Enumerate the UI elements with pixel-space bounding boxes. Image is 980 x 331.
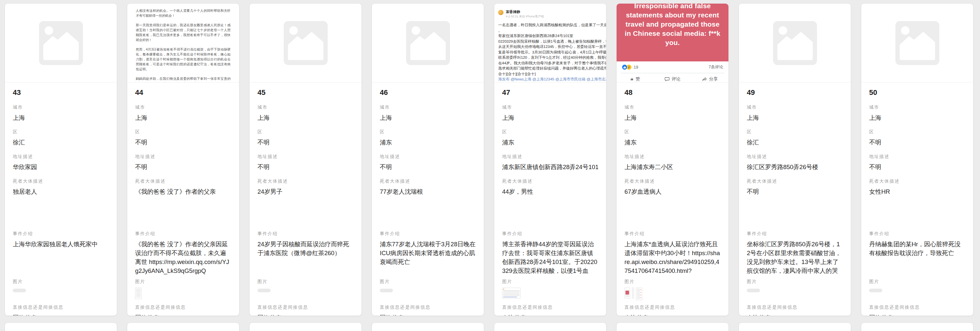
field-city: 城市 上海: [624, 104, 721, 122]
record-card[interactable]: 49 城市 上海 区 徐汇 地址描述 徐汇区罗秀路850弄26号楼 死者大体描述…: [738, 3, 851, 316]
field-address: 地址描述 上海浦东寿二小区: [624, 154, 721, 171]
record-card[interactable]: 茶香禅静4-2 02:31 来自 iPhone客户端一名志愿者，昨日我投入路浦西…: [494, 3, 606, 316]
field-label-deceased: 死者大体描述: [380, 178, 476, 185]
field-label-district: 区: [135, 129, 231, 135]
field-label-image: 图片: [869, 278, 965, 285]
field-label-direct: 直接信息还是间接信息: [502, 304, 598, 311]
field-district: 区 浦东: [380, 129, 476, 147]
field-event: 事件介绍 博主茶香禅静44岁的堂哥因延误治疗去世：我哥哥家住浦东新区唐镇创新西路…: [502, 230, 598, 275]
field-label-event: 事件介绍: [380, 230, 476, 237]
field-label-district: 区: [869, 129, 965, 135]
image-thumbnail[interactable]: [632, 288, 634, 299]
field-value-direct: 网络信息: [13, 313, 109, 316]
image-thumbnail-row[interactable]: [135, 288, 231, 299]
image-thumbnail-row[interactable]: [747, 288, 843, 299]
field-value-deceased: 44岁，男性: [502, 187, 598, 224]
field-label-event: 事件介绍: [13, 230, 109, 237]
card-cover-image: 茶香禅静4-2 02:31 来自 iPhone客户端一名志愿者，昨日我投入路浦西…: [494, 3, 606, 82]
field-value-district: 徐汇: [13, 138, 109, 147]
field-label-address: 地址描述: [13, 154, 109, 160]
image-thumbnail-row[interactable]: [13, 288, 109, 299]
field-label-image: 图片: [502, 278, 598, 285]
field-value-direct: 网络信息: [258, 313, 353, 316]
like-button[interactable]: 赞: [617, 76, 654, 82]
field-city: 城市 上海: [869, 104, 965, 122]
field-deceased: 死者大体描述 24岁男子: [258, 178, 353, 224]
record-card[interactable]: 45 城市 上海 区 不明 地址描述 不明 死者大体描述 24岁男子 事件介绍 …: [249, 3, 362, 316]
image-thumbnail-row[interactable]: [624, 288, 721, 299]
image-thumbnail-row[interactable]: [380, 288, 476, 299]
field-value-address: 不明: [135, 163, 231, 171]
field-city: 城市 上海: [502, 104, 598, 122]
record-card[interactable]: Irresponsible and false statements about…: [616, 3, 729, 316]
record-card-next-row[interactable]: [861, 323, 974, 331]
field-district: 区 浦东: [502, 129, 598, 147]
facebook-action-bar: 赞评论分享: [617, 73, 729, 82]
field-image: 图片: [502, 278, 598, 299]
field-value-address: 上海浦东寿二小区: [624, 163, 721, 171]
reaction-count: 19: [634, 65, 638, 70]
field-event: 事件介绍 24岁男子因核酸而延误治疗而猝死于浦东医院（微博@红茶260）: [258, 230, 353, 275]
article-paragraph: 妈妈四处求助，在我们物业及居委的帮助下拿到一张非常宝贵的通行证，整个街区就只有三…: [136, 76, 231, 82]
record-card-next-row[interactable]: [494, 323, 606, 331]
image-thumbnail-row[interactable]: [258, 288, 353, 299]
field-value-city: 上海: [502, 113, 598, 122]
weibo-mention-links: 海发布 @News上海 @上海12345 @上海市市民信箱 @上海市志愿者协会: [498, 77, 606, 82]
field-value-deceased: 67岁血透病人: [624, 187, 721, 224]
field-city: 城市 上海: [13, 104, 109, 122]
card-fields: 48 城市 上海 区 浦东 地址描述 上海浦东寿二小区 死者大体描述 67岁血透…: [617, 82, 729, 316]
thumb-up-icon: [630, 77, 634, 81]
record-card[interactable]: 46 城市 上海 区 浦东 地址描述 不明 死者大体描述 77岁老人沈瑞根 事件…: [372, 3, 484, 316]
record-card-next-row[interactable]: [616, 323, 729, 331]
action-label: 评论: [672, 76, 681, 82]
field-image: 图片: [135, 278, 231, 299]
share-button[interactable]: 分享: [691, 76, 729, 82]
image-thumbnail[interactable]: [636, 288, 642, 300]
field-value-event: 丹纳赫集团的某Hr，因心脏猝死没有核酸报告耽误治疗，导致死亡: [869, 240, 965, 275]
record-card-next-row[interactable]: [127, 323, 239, 331]
field-value-deceased: 24岁男子: [258, 187, 353, 224]
image-thumbnail-row[interactable]: [502, 288, 598, 299]
field-event: 事件介绍 上海浦东*血透病人延误治疗致死且遗体滞留家中约30小时！https:/…: [624, 230, 721, 275]
card-fields: 47 城市 上海 区 浦东 地址描述 浦东新区唐镇创新西路28弄24号101室 …: [494, 82, 606, 316]
weibo-text-line: 哥家住浦东新区唐镇创新西路28弄24号101室: [498, 33, 606, 39]
image-thumbnail[interactable]: [624, 288, 630, 299]
weibo-username: 茶香禅静: [506, 10, 606, 14]
field-value-district: 浦东: [502, 138, 598, 147]
field-image: 图片: [258, 278, 353, 299]
image-thumbnail[interactable]: [135, 288, 142, 299]
field-label-event: 事件介绍: [502, 230, 598, 237]
field-label-district: 区: [502, 129, 598, 135]
weibo-text-line: 0220329去医院采样核酸，以便1号血透，晚上被告知核酸异样，等待转移: [498, 39, 606, 44]
record-card-next-row[interactable]: [5, 323, 117, 331]
field-value-address: 不明: [380, 163, 476, 171]
field-value-district: 浦东: [380, 138, 476, 147]
comment-button[interactable]: 评论: [654, 76, 691, 82]
field-value-direct: 网络信息: [135, 313, 231, 316]
image-thumbnail[interactable]: [502, 288, 520, 299]
field-address: 地址描述 华欣家园: [13, 154, 109, 171]
record-card[interactable]: 43 城市 上海 区 徐汇 地址描述 华欣家园 死者大体描述 独居老人 事件介绍…: [5, 3, 117, 316]
field-address: 地址描述 不明: [380, 154, 476, 171]
field-deceased: 死者大体描述 《我的爸爸 没了》作者的父亲: [135, 178, 231, 224]
card-cover-image: [861, 3, 973, 82]
record-card[interactable]: 50 城市 上海 区 不明 地址描述 不明 死者大体描述 女性HR 事件介绍 丹…: [861, 3, 974, 316]
weibo-text-line: 恳求相关部门能帮忙处理好后续问题，并做好两位老人的心理疏导，给予: [498, 66, 606, 71]
gallery-board: 43 城市 上海 区 徐汇 地址描述 华欣家园 死者大体描述 独居老人 事件介绍…: [0, 0, 980, 331]
field-label-direct: 直接信息还是间接信息: [869, 304, 965, 311]
field-value-address: 不明: [869, 163, 965, 171]
field-label-direct: 直接信息还是间接信息: [380, 304, 476, 311]
image-thumbnail-row[interactable]: [869, 288, 965, 299]
record-card[interactable]: 人都没有这样的机会。一个病人需要几十个人的同时帮助和关怀才有可能获得一丝的机会！…: [127, 3, 239, 316]
field-address: 地址描述 不明: [258, 154, 353, 171]
card-number: 43: [13, 88, 109, 98]
thumbnail-red-block: [625, 291, 629, 294]
field-label-city: 城市: [747, 104, 843, 111]
field-label-direct: 直接信息还是间接信息: [13, 304, 109, 311]
card-number: 48: [624, 88, 721, 98]
facebook-reactions-row: 197条评论: [617, 61, 729, 70]
record-card-next-row[interactable]: [738, 323, 851, 331]
record-card-next-row[interactable]: [372, 323, 484, 331]
record-card-next-row[interactable]: [249, 323, 362, 331]
field-image: 图片: [747, 278, 843, 299]
